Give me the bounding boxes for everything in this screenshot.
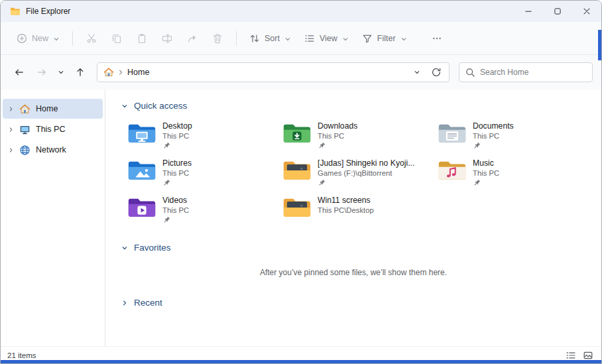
sidebar-item-label: This PC bbox=[36, 125, 65, 134]
file-item-text: Music This PC bbox=[473, 158, 499, 187]
favorites-header[interactable]: Favorites bbox=[121, 243, 585, 253]
breadcrumb-home[interactable]: Home bbox=[127, 68, 149, 77]
content-pane: Quick access Desktop This PC Downloads T… bbox=[105, 90, 601, 346]
file-item-win11-screens[interactable]: Win11 screens This PC\Desktop bbox=[282, 196, 438, 224]
desktop-icon bbox=[127, 121, 156, 146]
file-item-judas-shingeki-no-kyoji[interactable]: [Judas] Shingeki no Kyoji... Games (F:)\… bbox=[282, 158, 438, 187]
file-location: This PC bbox=[473, 169, 499, 177]
file-item-pictures[interactable]: Pictures This PC bbox=[127, 158, 282, 187]
search-box[interactable] bbox=[459, 62, 593, 82]
file-item-text: Documents This PC bbox=[473, 121, 514, 150]
music-icon bbox=[438, 158, 467, 183]
search-input[interactable] bbox=[480, 68, 587, 77]
file-item-music[interactable]: Music This PC bbox=[438, 158, 592, 187]
chevron-right-icon bbox=[117, 69, 124, 76]
forward-button[interactable] bbox=[32, 62, 52, 82]
file-name: Win11 screens bbox=[318, 196, 374, 206]
sidebar-item-home[interactable]: Home bbox=[3, 99, 103, 119]
file-name: Pictures bbox=[162, 158, 192, 168]
chevron-down-icon bbox=[400, 36, 407, 42]
quick-access-title: Quick access bbox=[134, 101, 187, 111]
back-button[interactable] bbox=[9, 62, 29, 82]
media-folder-icon bbox=[282, 158, 312, 183]
filter-label: Filter bbox=[377, 34, 396, 43]
file-item-videos[interactable]: Videos This PC bbox=[127, 196, 282, 224]
file-location: This PC bbox=[318, 132, 357, 140]
refresh-icon[interactable] bbox=[431, 67, 442, 78]
navigation-bar: Home bbox=[1, 55, 601, 90]
quick-access-header[interactable]: Quick access bbox=[121, 101, 585, 111]
file-name: [Judas] Shingeki no Kyoji... bbox=[318, 158, 414, 168]
rename-icon bbox=[162, 33, 172, 44]
quick-access-grid: Desktop This PC Downloads This PC Docume… bbox=[127, 121, 585, 224]
file-item-downloads[interactable]: Downloads This PC bbox=[282, 121, 438, 150]
file-location: Games (F:)\qBittorrent bbox=[318, 169, 414, 177]
view-button[interactable]: View bbox=[298, 27, 355, 50]
details-view-icon bbox=[566, 350, 576, 361]
items-count: 21 items bbox=[7, 351, 36, 359]
address-bar[interactable]: Home bbox=[97, 62, 450, 82]
more-options-button[interactable] bbox=[424, 27, 450, 50]
sort-button[interactable]: Sort bbox=[243, 27, 298, 50]
minimize-button[interactable] bbox=[514, 1, 543, 22]
delete-icon bbox=[212, 33, 223, 44]
file-item-documents[interactable]: Documents This PC bbox=[438, 121, 592, 150]
chevron-right-icon[interactable] bbox=[8, 127, 14, 133]
sidebar-item-network[interactable]: Network bbox=[3, 140, 103, 160]
close-button[interactable] bbox=[572, 1, 601, 22]
recent-title: Recent bbox=[134, 298, 162, 308]
videos-icon bbox=[127, 196, 156, 220]
file-item-desktop[interactable]: Desktop This PC bbox=[127, 121, 282, 150]
share-button[interactable] bbox=[180, 27, 205, 50]
maximize-icon bbox=[554, 8, 561, 15]
back-arrow-icon bbox=[14, 67, 25, 78]
media-folder-icon bbox=[282, 196, 312, 220]
sort-icon bbox=[249, 33, 260, 44]
chevron-down-icon bbox=[53, 36, 60, 42]
sidebar-item-this-pc[interactable]: This PC bbox=[3, 119, 103, 139]
delete-button[interactable] bbox=[205, 27, 230, 50]
file-name: Music bbox=[473, 158, 499, 168]
up-button[interactable] bbox=[70, 62, 90, 82]
pin-icon bbox=[318, 179, 326, 187]
chevron-right-icon[interactable] bbox=[8, 106, 14, 112]
pin-icon bbox=[162, 216, 170, 224]
window-title: File Explorer bbox=[26, 7, 70, 16]
new-label: New bbox=[32, 34, 48, 43]
app-folder-icon bbox=[10, 6, 21, 17]
recent-locations-button[interactable] bbox=[54, 62, 68, 82]
desktop-edge-right bbox=[598, 30, 601, 60]
paste-icon bbox=[137, 33, 147, 44]
chevron-down-icon bbox=[58, 69, 64, 76]
chevron-right-icon bbox=[121, 300, 128, 306]
file-item-text: Win11 screens This PC\Desktop bbox=[318, 196, 374, 214]
filter-icon bbox=[362, 33, 373, 44]
cut-button[interactable] bbox=[79, 27, 104, 50]
address-dropdown-icon[interactable] bbox=[414, 69, 420, 76]
filter-button[interactable]: Filter bbox=[355, 27, 414, 50]
downloads-icon bbox=[282, 121, 312, 146]
pictures-icon bbox=[127, 158, 156, 183]
pin-icon bbox=[162, 179, 170, 187]
copy-icon bbox=[111, 33, 122, 44]
pin-icon bbox=[318, 142, 326, 150]
maximize-button[interactable] bbox=[543, 1, 572, 22]
chevron-right-icon[interactable] bbox=[8, 147, 14, 153]
recent-header[interactable]: Recent bbox=[121, 298, 585, 308]
pin-icon bbox=[162, 142, 170, 150]
chevron-down-icon bbox=[121, 103, 128, 109]
file-actions bbox=[79, 27, 230, 50]
file-name: Downloads bbox=[318, 121, 357, 131]
file-name: Desktop bbox=[162, 121, 192, 131]
paste-button[interactable] bbox=[129, 27, 154, 50]
more-icon bbox=[432, 33, 442, 44]
file-location: This PC bbox=[162, 206, 189, 214]
thumbnail-view-icon bbox=[583, 350, 593, 361]
home-icon bbox=[103, 67, 114, 78]
copy-button[interactable] bbox=[104, 27, 129, 50]
rename-button[interactable] bbox=[154, 27, 180, 50]
chevron-down-icon bbox=[121, 245, 128, 251]
desktop-edge-bottom bbox=[1, 360, 601, 363]
window-controls bbox=[514, 1, 601, 22]
new-button[interactable]: New bbox=[10, 27, 66, 50]
